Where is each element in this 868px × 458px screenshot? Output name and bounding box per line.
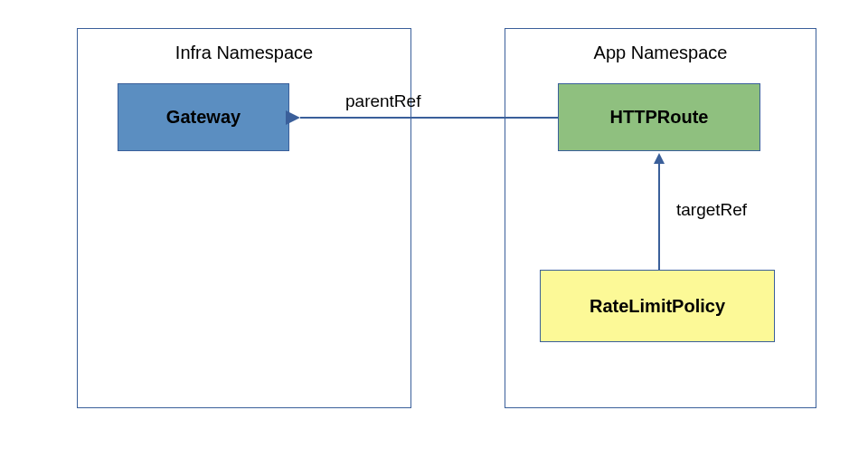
ratelimitpolicy-node: RateLimitPolicy — [540, 270, 775, 342]
infra-namespace-title: Infra Namespace — [78, 43, 410, 63]
ratelimitpolicy-label: RateLimitPolicy — [590, 296, 725, 317]
httproute-label: HTTPRoute — [610, 107, 709, 128]
httproute-node: HTTPRoute — [558, 83, 760, 151]
gateway-label: Gateway — [166, 107, 241, 128]
app-namespace-title: App Namespace — [505, 43, 816, 63]
targetref-label: targetRef — [676, 200, 747, 220]
gateway-node: Gateway — [118, 83, 289, 151]
parentref-label: parentRef — [345, 91, 420, 111]
